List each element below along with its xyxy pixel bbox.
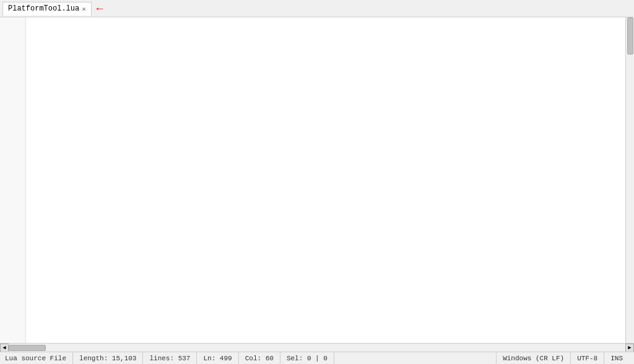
editor-wrapper: ◀ ▶ — [0, 17, 634, 352]
status-sel: Sel: 0 | 0 — [280, 352, 334, 364]
status-encoding: UTF-8 — [571, 352, 604, 364]
tab-label: PlatformTool.lua — [8, 4, 79, 13]
status-file-type: Lua source File — [5, 352, 73, 364]
title-bar: PlatformTool.lua ✕ ← — [0, 0, 634, 17]
vertical-scrollbar[interactable] — [625, 17, 634, 343]
scrollbar-thumb[interactable] — [627, 17, 633, 54]
horizontal-scrollbar[interactable]: ◀ ▶ — [0, 343, 634, 352]
tab-close-button[interactable]: ✕ — [82, 5, 86, 13]
status-col: Col: 60 — [239, 352, 280, 364]
status-mode: INS — [604, 352, 629, 364]
status-length: length: 15,103 — [73, 352, 143, 364]
code-area[interactable] — [26, 17, 625, 343]
tab-arrow-indicator: ← — [97, 2, 103, 15]
status-line-ending: Windows (CR LF) — [497, 352, 571, 364]
hscroll-thumb[interactable] — [9, 345, 46, 351]
status-bar: Lua source File length: 15,103 lines: 53… — [0, 352, 634, 364]
editor-container — [0, 17, 634, 343]
status-spacer — [334, 352, 497, 364]
hscroll-right-button[interactable]: ▶ — [625, 344, 634, 352]
hscroll-track[interactable] — [9, 345, 625, 351]
line-numbers — [0, 17, 26, 343]
status-lines: lines: 537 — [143, 352, 197, 364]
file-tab[interactable]: PlatformTool.lua ✕ — [2, 2, 92, 15]
status-ln: Ln: 499 — [197, 352, 238, 364]
hscroll-left-button[interactable]: ◀ — [0, 344, 9, 352]
